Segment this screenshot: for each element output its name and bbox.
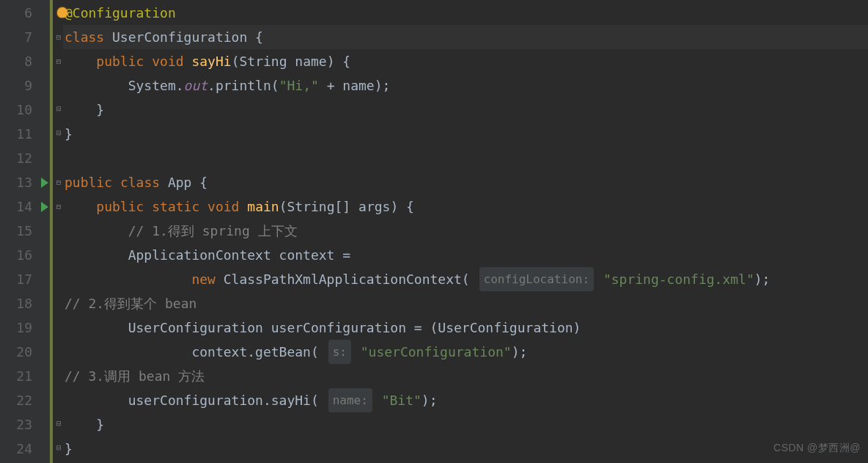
gutter-line[interactable]: 14 [0, 194, 50, 219]
code-token: UserConfiguration userConfiguration = (U… [65, 316, 581, 340]
gutter-line[interactable]: 18 [0, 291, 50, 316]
code-token: App [168, 170, 192, 194]
comment-text: // 1.得到 spring 上下文 [128, 219, 298, 243]
code-token: userConfiguration.sayHi( [65, 388, 327, 412]
fold-column[interactable]: ⊟⊟⊟⊟⊟⊟⊟⊟ [50, 0, 63, 463]
run-icon[interactable] [41, 178, 48, 188]
code-line[interactable]: UserConfiguration userConfiguration = (U… [63, 316, 868, 340]
code-token [65, 219, 128, 243]
code-line[interactable]: userConfiguration.sayHi( name: "Bit"); [63, 388, 868, 412]
gutter-line[interactable]: 19 [0, 316, 50, 340]
line-number: 8 [16, 49, 32, 73]
line-number: 22 [16, 388, 32, 412]
run-icon[interactable] [41, 202, 48, 212]
code-token: context.getBean( [65, 340, 327, 364]
code-token: "spring-config.xml" [603, 267, 754, 291]
code-line[interactable]: new ClassPathXmlApplicationContext( conf… [63, 267, 868, 291]
code-token [374, 388, 382, 412]
intention-bulb-icon[interactable] [57, 7, 67, 18]
code-token [65, 267, 191, 291]
line-number: 23 [16, 412, 32, 437]
code-line[interactable]: System.out.println("Hi," + name); [63, 73, 868, 98]
line-number: 9 [16, 73, 32, 98]
code-token [595, 267, 603, 291]
code-token: public [96, 49, 144, 73]
code-token [199, 194, 207, 219]
code-token: main [247, 194, 279, 219]
line-number: 13 [16, 170, 32, 194]
code-token: ); [754, 267, 770, 291]
fold-toggle-icon[interactable]: ⊟ [54, 177, 64, 187]
code-line[interactable]: @Configuration [63, 1, 868, 25]
gutter-line[interactable]: 20 [0, 340, 50, 364]
code-token: } [65, 98, 104, 122]
code-line[interactable]: } [63, 437, 868, 461]
code-token: sayHi [191, 49, 231, 73]
code-token [65, 49, 96, 73]
gutter-line[interactable]: 22 [0, 388, 50, 412]
code-token: "Bit" [382, 388, 422, 412]
code-line[interactable]: class UserConfiguration { [63, 25, 868, 49]
fold-end-icon[interactable]: ⊟ [54, 104, 64, 114]
gutter-line[interactable]: 7 [0, 25, 50, 49]
code-line[interactable]: } [63, 122, 868, 146]
gutter-line[interactable]: 12 [0, 146, 50, 170]
code-line[interactable]: public class App { [63, 170, 868, 194]
code-line[interactable]: // 2.得到某个 bean [63, 291, 868, 316]
watermark: CSDN @梦西洲@ [773, 436, 861, 460]
gutter-line[interactable]: 21 [0, 364, 50, 388]
line-number: 10 [16, 98, 32, 122]
gutter-line[interactable]: 17 [0, 267, 50, 291]
line-number-gutter[interactable]: 6789101112131415161718192021222324 [0, 0, 50, 463]
gutter-line[interactable]: 24 [0, 437, 50, 461]
gutter-line[interactable]: 9 [0, 73, 50, 98]
fold-toggle-icon[interactable]: ⊟ [54, 32, 64, 42]
code-line[interactable]: } [63, 98, 868, 122]
code-line[interactable] [63, 146, 868, 170]
code-token: "Hi," [279, 73, 319, 98]
gutter-line[interactable]: 8 [0, 49, 50, 73]
code-token [239, 194, 247, 219]
code-token [184, 49, 192, 73]
gutter-line[interactable]: 11 [0, 122, 50, 146]
code-token: void [207, 194, 239, 219]
code-line[interactable]: // 3.调用 bean 方法 [63, 364, 868, 388]
gutter-line[interactable]: 23 [0, 412, 50, 437]
code-token [112, 170, 120, 194]
code-line[interactable]: context.getBean( s: "userConfiguration")… [63, 340, 868, 364]
code-token: out [184, 73, 208, 98]
code-line[interactable]: // 1.得到 spring 上下文 [63, 219, 868, 243]
code-token: } [65, 437, 73, 461]
code-line[interactable]: public static void main(String[] args) { [63, 194, 868, 219]
gutter-line[interactable]: 13 [0, 170, 50, 194]
line-number: 7 [16, 25, 32, 49]
code-line[interactable]: public void sayHi(String name) { [63, 49, 868, 73]
code-token: + name); [319, 73, 391, 98]
intention-bulb[interactable] [54, 7, 64, 18]
code-token: ); [422, 388, 438, 412]
code-token: new [191, 267, 216, 291]
code-token: UserConfiguration [112, 25, 247, 49]
code-token: { [191, 170, 207, 194]
code-line[interactable]: } [63, 412, 868, 437]
code-area[interactable]: @Configurationclass UserConfiguration { … [63, 0, 868, 463]
fold-end-icon[interactable]: ⊟ [54, 128, 64, 139]
line-number: 21 [16, 364, 32, 388]
fold-toggle-icon[interactable]: ⊟ [54, 56, 64, 66]
fold-end-icon[interactable]: ⊟ [54, 419, 64, 429]
line-number: 18 [16, 291, 32, 316]
fold-end-icon[interactable]: ⊟ [54, 443, 64, 453]
fold-toggle-icon[interactable]: ⊟ [54, 201, 64, 211]
gutter-line[interactable]: 16 [0, 243, 50, 267]
code-line[interactable]: ApplicationContext context = [63, 243, 868, 267]
code-token: { [247, 25, 263, 49]
gutter-line[interactable]: 10 [0, 98, 50, 122]
code-editor[interactable]: 6789101112131415161718192021222324 ⊟⊟⊟⊟⊟… [0, 0, 868, 463]
code-token: static [152, 194, 199, 219]
gutter-line[interactable]: 6 [0, 1, 50, 25]
line-number: 14 [16, 194, 32, 219]
line-number: 15 [16, 219, 32, 243]
code-token: "userConfiguration" [361, 340, 512, 364]
gutter-line[interactable]: 15 [0, 219, 50, 243]
code-token: .println( [207, 73, 279, 98]
